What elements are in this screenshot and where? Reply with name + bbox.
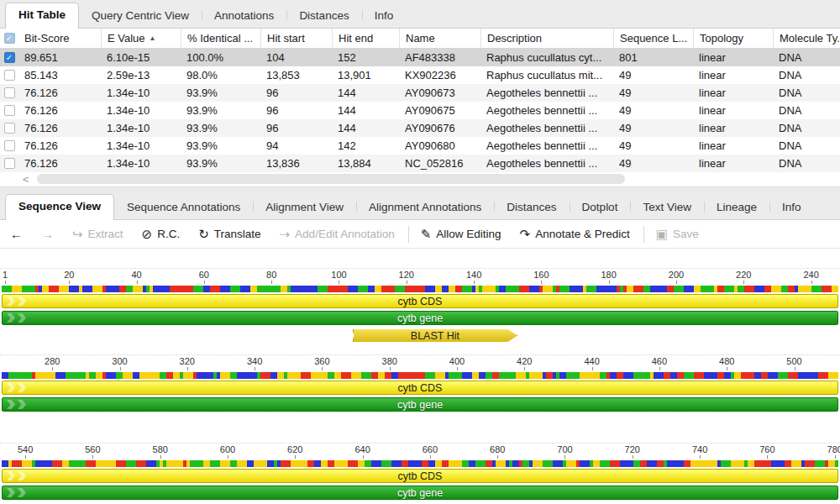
row-checkbox[interactable] — [4, 123, 15, 134]
chevron-right-icon — [18, 488, 26, 497]
view-tab-dotplot[interactable]: Dotplot — [570, 196, 631, 219]
row-checkbox[interactable] — [4, 87, 15, 98]
ruler-tick-label: 340 — [247, 356, 262, 366]
cell-description: Aegotheles bennettii ... — [480, 104, 613, 117]
table-row[interactable]: 76.1261.34e-1093.9%96144AY090676Aegothel… — [0, 119, 840, 137]
ruler-tick-label: 620 — [287, 444, 302, 454]
gene-annotation[interactable]: cytb gene — [2, 486, 838, 500]
cds-annotation-label: cytb CDS — [398, 470, 443, 482]
tab-distances[interactable]: Distances — [286, 4, 361, 28]
ruler-tick-mark — [204, 281, 205, 284]
cell-name: AY090676 — [399, 122, 480, 134]
row-checkbox[interactable] — [4, 105, 15, 116]
column-header-topology[interactable]: Topology — [693, 29, 773, 48]
add-edit-annotation-button[interactable]: ⇢Add/Edit Annotation — [280, 228, 395, 240]
toolbar-button-label: Add/Edit Annotation — [295, 228, 395, 240]
column-header-hit-end[interactable]: Hit end — [332, 29, 399, 48]
chevron-right-icon — [7, 297, 15, 306]
allow-editing-button[interactable]: ✎Allow Editing — [421, 228, 501, 240]
save-icon: ▣ — [656, 228, 668, 240]
toolbar-separator — [643, 226, 644, 243]
tab-annotations[interactable]: Annotations — [202, 4, 286, 28]
view-tab-distances[interactable]: Distances — [494, 196, 569, 219]
row-checkbox-cell — [0, 123, 18, 134]
back-arrow-button[interactable]: ← — [10, 228, 23, 240]
view-tab-info[interactable]: Info — [769, 196, 814, 219]
tab-query-centric-view[interactable]: Query Centric View — [79, 4, 202, 28]
reverse-complement-icon: ⊘ — [142, 228, 153, 240]
cell-topology: linear — [693, 104, 773, 117]
row-checkbox[interactable] — [4, 158, 15, 169]
ruler-tick-mark — [743, 281, 744, 284]
extract-icon: ↪ — [72, 228, 83, 240]
cds-annotation[interactable]: cytb CDS — [2, 381, 838, 395]
horizontal-scrollbar[interactable]: < — [0, 171, 840, 186]
add-edit-annotation-icon: ⇢ — [280, 228, 291, 240]
column-header-label: Name — [406, 32, 435, 45]
cell-hit-end: 152 — [332, 51, 399, 64]
table-row[interactable]: 85.1432.59e-1398.0%13,85313,901KX902236R… — [0, 66, 840, 84]
view-tab-bar: Sequence ViewSequence AnnotationsAlignme… — [0, 195, 840, 220]
scroll-left-icon[interactable]: < — [23, 174, 29, 185]
blast-hit-annotation[interactable]: BLAST Hit — [353, 328, 518, 343]
tab-hit-table[interactable]: Hit Table — [5, 3, 79, 29]
r-c-button[interactable]: ⊘R.C. — [142, 228, 181, 240]
document-tab-bar: Hit TableQuery Centric ViewAnnotationsDi… — [0, 0, 840, 29]
column-header-hit-start[interactable]: Hit start — [260, 29, 332, 48]
extract-button[interactable]: ↪Extract — [72, 228, 123, 240]
toolbar-button-label: Extract — [88, 228, 123, 240]
ruler-tick-label: 380 — [382, 356, 397, 366]
view-tab-alignment-annotations[interactable]: Alignment Annotations — [356, 196, 494, 219]
column-header-identical[interactable]: % Identical ... — [181, 29, 260, 48]
column-header-name[interactable]: Name — [399, 29, 480, 48]
blast-hit-label: BLAST Hit — [411, 330, 459, 342]
table-row[interactable]: 76.1261.34e-1093.9%96144AY090673Aegothel… — [0, 84, 840, 102]
column-header-e-value[interactable]: E Value▲ — [101, 29, 181, 48]
view-tab-lineage[interactable]: Lineage — [704, 196, 769, 219]
row-checkbox-cell — [0, 70, 18, 81]
table-row[interactable]: 76.1261.34e-1093.9%96144AY090675Aegothel… — [0, 102, 840, 119]
column-header-sequence-l[interactable]: Sequence L... — [613, 29, 693, 48]
ruler-tick-label: 440 — [584, 356, 599, 366]
row-checkbox[interactable] — [4, 70, 15, 81]
row-checkbox[interactable] — [4, 140, 15, 151]
cell-topology: linear — [693, 157, 773, 170]
select-all-checkbox[interactable]: ✓ — [4, 33, 15, 44]
cds-annotation[interactable]: cytb CDS — [2, 469, 838, 483]
table-row[interactable]: 76.1261.34e-1093.9%94142AY090680Aegothel… — [0, 137, 840, 155]
annotate-predict-button[interactable]: ↷Annotate & Predict — [520, 228, 630, 240]
column-header-bit-score[interactable]: Bit-Score — [18, 29, 101, 48]
translate-button[interactable]: ↻Translate — [198, 228, 260, 240]
gene-annotation[interactable]: cytb gene — [2, 397, 838, 412]
scrollbar-thumb[interactable] — [37, 174, 625, 184]
ruler-tick-mark — [295, 455, 296, 459]
back-arrow-icon: ← — [10, 228, 23, 240]
cell-e-value: 1.34e-10 — [101, 157, 181, 170]
ruler-tick-label: 780 — [827, 444, 840, 454]
ruler-tick-mark — [187, 367, 188, 370]
row-checkbox[interactable]: ✓ — [4, 52, 15, 63]
ruler-tick-mark — [339, 281, 339, 284]
cds-annotation[interactable]: cytb CDS — [2, 294, 838, 308]
column-header-molecule-ty[interactable]: Molecule Ty... — [773, 29, 840, 48]
ruler-tick-label: 120 — [399, 270, 414, 280]
view-tab-sequence-view[interactable]: Sequence View — [5, 194, 114, 220]
column-header-description[interactable]: Description — [480, 29, 613, 48]
view-tab-sequence-annotations[interactable]: Sequence Annotations — [114, 196, 253, 219]
forward-arrow-button[interactable]: → — [41, 228, 54, 240]
ruler-tick-mark — [524, 367, 525, 370]
table-row[interactable]: ✓89.6516.10e-15100.0%104152AF483338Raphu… — [0, 49, 840, 66]
cell-identical: 93.9% — [181, 87, 260, 99]
toolbar-button-label: Allow Editing — [436, 228, 501, 240]
cell-bit-score: 76.126 — [18, 87, 101, 99]
ruler-tick-label: 1 — [3, 270, 8, 280]
view-tab-text-view[interactable]: Text View — [630, 196, 704, 219]
cell-molecule-ty: DNA — [773, 69, 840, 81]
cell-topology: linear — [693, 139, 773, 152]
table-row[interactable]: 76.1261.34e-1093.9%13,83613,884NC_052816… — [0, 155, 840, 172]
view-tab-alignment-view[interactable]: Alignment View — [253, 196, 356, 219]
save-button[interactable]: ▣Save — [656, 228, 699, 240]
gene-annotation[interactable]: cytb gene — [2, 311, 838, 325]
tab-info[interactable]: Info — [362, 4, 407, 28]
ruler-tick-label: 700 — [557, 444, 572, 454]
